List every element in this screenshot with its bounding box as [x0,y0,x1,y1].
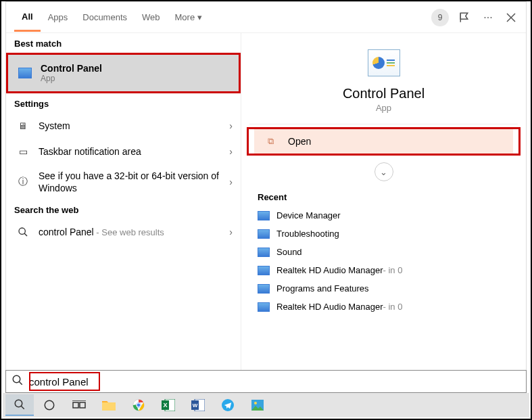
tab-all[interactable]: All [14,3,41,32]
open-action[interactable]: ⧉ Open [254,129,513,154]
tab-web[interactable]: Web [135,4,168,30]
rewards-badge[interactable]: 9 [431,9,449,26]
web-result-label: control Panel [39,227,94,237]
settings-result-taskbar[interactable]: ▭ Taskbar notification area › [6,139,241,164]
svg-point-2 [15,400,22,407]
chevron-down-icon: ▾ [197,12,202,22]
taskbar-icon: ▭ [14,144,32,159]
app-icon [258,211,270,220]
svg-text:X: X [163,402,167,409]
taskbar-explorer-button[interactable] [95,394,123,416]
recent-item[interactable]: Programs and Features [249,279,518,298]
web-result-suffix: - See web results [94,227,164,237]
recent-label: Device Manager [276,210,341,220]
settings-header: Settings [6,93,241,113]
taskbar-taskview-button[interactable] [65,394,93,416]
taskbar-excel-button[interactable]: X [154,394,183,416]
recent-suffix: - in 0 [383,302,403,312]
recent-label: Programs and Features [276,283,369,294]
settings-label: See if you have a 32-bit or 64-bit versi… [39,170,229,194]
app-icon [258,229,270,239]
app-icon [258,302,270,312]
taskbar-cortana-button[interactable] [35,394,64,416]
monitor-icon: 🖥 [14,118,32,133]
search-bar [5,370,527,393]
recent-list: Device Manager Troubleshooting Sound Rea… [241,206,526,316]
tab-more[interactable]: More ▾ [168,4,210,30]
close-icon[interactable] [504,11,518,24]
info-icon: ⓘ [14,174,32,189]
tab-apps[interactable]: Apps [41,4,76,30]
taskbar: X W [3,393,529,417]
tabs-bar: All Apps Documents Web More ▾ 9 ··· [6,2,526,33]
settings-label: Taskbar notification area [39,146,229,157]
svg-point-1 [13,375,20,383]
settings-result-system[interactable]: 🖥 System › [6,113,241,139]
app-icon [258,266,270,275]
recent-suffix: - in 0 [383,265,403,275]
settings-result-bits[interactable]: ⓘ See if you have a 32-bit or 64-bit ver… [6,164,241,200]
options-icon[interactable]: ··· [481,11,495,24]
recent-item[interactable]: Realtek HD Audio Manager - in 0 [249,298,518,316]
results-column: Best match Control Panel App Settings 🖥 … [6,33,241,391]
detail-pane: Control Panel App ⧉ Open ⌄ Recent Device… [241,33,526,391]
best-match-title: Control Panel [41,63,231,74]
recent-label: Sound [276,247,302,257]
settings-label: System [39,120,229,131]
taskbar-photos-button[interactable] [243,394,272,416]
taskbar-telegram-button[interactable] [214,394,242,416]
recent-item[interactable]: Sound [249,243,518,261]
taskbar-search-button[interactable] [5,394,34,416]
app-icon [258,248,270,257]
svg-point-0 [19,228,25,234]
svg-point-3 [45,400,54,410]
chevron-down-icon: ⌄ [380,167,387,177]
recent-label: Troubleshooting [276,229,339,239]
best-match-result[interactable]: Control Panel App [6,53,241,93]
tab-documents[interactable]: Documents [75,4,135,30]
search-input[interactable] [29,376,521,388]
feedback-icon[interactable] [458,11,472,24]
search-window: All Apps Documents Web More ▾ 9 ··· Best… [5,1,527,392]
search-web-header: Search the web [6,200,241,219]
open-icon: ⧉ [268,136,283,147]
recent-item[interactable]: Realtek HD Audio Manager - in 0 [249,261,518,279]
web-result[interactable]: control Panel - See web results › [6,219,241,245]
recent-item[interactable]: Device Manager [249,206,518,225]
chevron-right-icon: › [229,227,233,237]
svg-point-8 [137,403,141,407]
chevron-right-icon: › [229,120,233,131]
best-match-header: Best match [6,33,241,53]
open-label: Open [288,136,311,147]
detail-title: Control Panel [241,86,526,101]
chevron-right-icon: › [229,146,233,157]
svg-text:W: W [193,402,198,409]
recent-item[interactable]: Troubleshooting [249,225,518,243]
taskbar-word-button[interactable]: W [184,394,212,416]
svg-point-17 [254,402,257,404]
expand-button[interactable]: ⌄ [374,162,393,181]
best-match-subtitle: App [41,74,231,83]
svg-rect-4 [73,402,78,408]
recent-label: Realtek HD Audio Manager [276,302,383,312]
recent-label: Realtek HD Audio Manager [276,265,383,275]
taskbar-chrome-button[interactable] [124,394,153,416]
svg-rect-5 [80,402,85,408]
chevron-right-icon: › [229,177,233,187]
recent-header: Recent [241,188,526,206]
detail-subtitle: App [241,103,526,113]
app-icon [258,284,270,294]
search-icon [11,374,25,389]
control-panel-icon [16,66,34,80]
search-icon [14,225,32,239]
control-panel-large-icon [368,49,400,76]
